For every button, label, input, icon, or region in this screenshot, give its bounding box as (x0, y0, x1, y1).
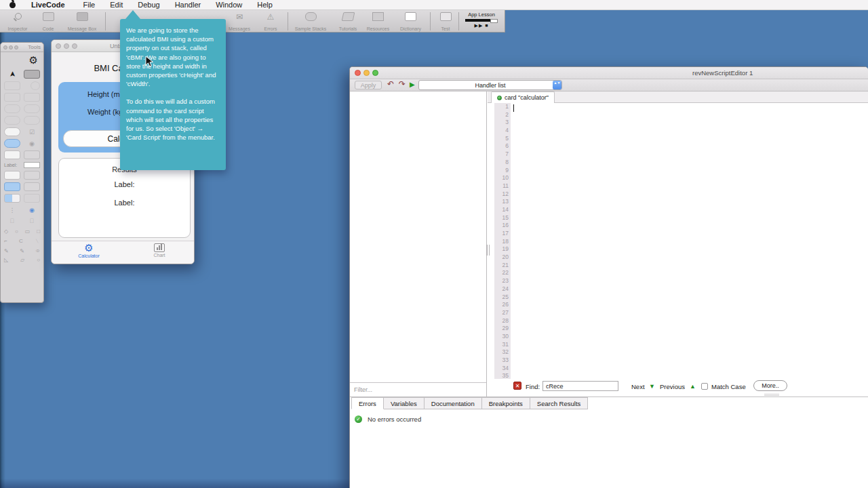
combo-tool[interactable] (24, 150, 40, 159)
find-previous-button[interactable]: Previous (660, 383, 685, 390)
chart-bars-icon (154, 243, 165, 252)
toolbar-resources-button[interactable]: Resources (363, 12, 393, 31)
undo-icon[interactable]: ↶ (387, 79, 394, 89)
lesson-playback-controls[interactable]: ▶▶ ■ (475, 23, 489, 28)
line-number: 24 (494, 285, 511, 293)
pencil-tool[interactable]: ✎ (4, 248, 9, 254)
tool-button[interactable] (4, 171, 20, 180)
tool-button[interactable] (24, 171, 40, 180)
toolbar-dictionary-button[interactable]: Dictionary (395, 12, 427, 31)
roundrect-shape-tool[interactable]: ▭ (25, 228, 31, 235)
checkbox-tool-icon[interactable]: ☑ (24, 127, 40, 136)
dropdown-stepper-icon[interactable]: ▲▼ (553, 81, 561, 89)
handler-list-dropdown[interactable]: Handler list ▲▼ (418, 80, 562, 90)
height-label: Height (m): (87, 90, 124, 98)
tools-zoom-button[interactable] (14, 45, 18, 49)
tool-button[interactable] (24, 93, 40, 102)
edit-tool-selected[interactable] (24, 70, 40, 79)
filter-input[interactable]: Filter... (350, 382, 486, 396)
tool-button[interactable] (4, 104, 20, 113)
list-tool-icon[interactable]: ⋮ (4, 205, 20, 214)
label-field-tool[interactable] (24, 162, 40, 168)
findbar-grip[interactable] (764, 394, 779, 396)
brush-tool[interactable]: ✎ (20, 248, 24, 254)
apple-menu-icon[interactable] (9, 2, 16, 8)
line-tool[interactable]: ﹨ (35, 237, 40, 245)
eraser-tool[interactable]: ○ (37, 257, 40, 263)
player2-tool-icon[interactable]: ⎕ (24, 217, 40, 226)
menu-bar: LiveCode File Edit Debug Handler Window … (0, 0, 868, 10)
redo-icon[interactable]: ↷ (399, 79, 406, 89)
editor-minimize-button[interactable] (363, 70, 370, 76)
tools-minimize-button[interactable] (9, 45, 13, 49)
tool-button[interactable] (24, 104, 40, 113)
tool-button[interactable] (24, 116, 40, 125)
more-button[interactable]: More.. (753, 380, 787, 391)
image-tool-icon[interactable]: ⎕ (4, 217, 20, 226)
toolbar-messages-button[interactable]: ✉ Messages (224, 12, 255, 31)
find-next-button[interactable]: Next (631, 383, 645, 390)
menu-debug[interactable]: Debug (130, 0, 167, 10)
toolbar-message-box-button[interactable]: Message Box (62, 12, 102, 31)
toolbar-code-button[interactable]: Code (35, 12, 62, 31)
bmi-tabbar: ⚙ Calculator Chart (52, 241, 194, 264)
tool-button[interactable] (4, 182, 20, 191)
toolbar-inspector-button[interactable]: Inspector (3, 12, 32, 31)
tab-documentation[interactable]: Documentation (425, 397, 482, 409)
panel-splitter[interactable] (487, 245, 490, 256)
tab-calculator[interactable]: ⚙ Calculator (65, 243, 113, 258)
diamond-shape-tool[interactable]: ◇ (4, 228, 8, 235)
toolbar-sample-stacks-button[interactable]: Sample Stacks (290, 12, 331, 31)
line-number: 3 (494, 119, 511, 127)
freehand-tool[interactable]: C (19, 238, 23, 244)
scrollbar-tool[interactable] (4, 194, 20, 203)
tool-button[interactable] (4, 93, 20, 102)
menu-file[interactable]: File (76, 0, 103, 10)
script-tab-card-calculator[interactable]: card "calculator" (491, 92, 555, 103)
menu-livecode[interactable]: LiveCode (24, 0, 76, 10)
tab-chart[interactable]: Chart (136, 243, 183, 258)
warning-icon: ⚠ (264, 12, 277, 22)
tools-close-button[interactable] (3, 45, 7, 49)
pointer-tool[interactable]: ➤ (8, 66, 17, 83)
toolbar-errors-button[interactable]: ⚠ Errors (256, 12, 285, 31)
find-input[interactable] (542, 381, 618, 391)
field-tool[interactable] (4, 150, 20, 159)
tool-button[interactable] (24, 182, 40, 191)
menu-window[interactable]: Window (208, 0, 250, 10)
line-number: 8 (494, 159, 511, 167)
toolbar-tutorials-button[interactable]: Tutorials (334, 12, 362, 31)
run-play-icon[interactable]: ▶ (410, 81, 415, 88)
tab-variables[interactable]: Variables (384, 397, 425, 409)
curve-tool[interactable]: ⌐ (4, 238, 7, 244)
button-tool[interactable] (4, 127, 20, 136)
apply-button[interactable]: Apply (355, 81, 382, 89)
tool-button[interactable] (31, 81, 40, 90)
editor-close-button[interactable] (355, 70, 361, 76)
match-case-checkbox[interactable] (701, 383, 708, 390)
menu-handler[interactable]: Handler (167, 0, 209, 10)
slider-tool[interactable] (24, 194, 40, 203)
line-number: 20 (494, 253, 511, 262)
tool-button[interactable] (4, 116, 20, 125)
tab-errors[interactable]: Errors (351, 397, 384, 409)
radio-tool-icon[interactable]: ◉ (24, 139, 40, 148)
tool-button[interactable] (4, 81, 20, 90)
settings-gear-icon[interactable]: ⚙ (1, 52, 43, 68)
line-number: 34 (494, 365, 511, 373)
oval-shape-tool[interactable]: ○ (15, 228, 18, 235)
select-rect-tool[interactable]: ▱ (20, 257, 24, 263)
tab-search-results[interactable]: Search Results (530, 397, 588, 409)
tab-breakpoints[interactable]: Breakpoints (482, 397, 530, 409)
polygon-tool[interactable]: ◺ (4, 257, 8, 263)
menu-edit[interactable]: Edit (102, 0, 130, 10)
spray-tool[interactable]: ⌯ (36, 247, 40, 254)
rect-shape-tool[interactable]: □ (37, 228, 40, 235)
player-tool-icon[interactable]: ◉ (24, 205, 40, 214)
toolbar-test-button[interactable]: Test (433, 12, 458, 31)
editor-zoom-button[interactable] (372, 70, 378, 76)
mouse-cursor (145, 56, 154, 68)
menu-help[interactable]: Help (250, 0, 280, 10)
rounded-button-tool[interactable] (4, 139, 20, 148)
find-close-icon[interactable]: ✕ (513, 382, 521, 390)
